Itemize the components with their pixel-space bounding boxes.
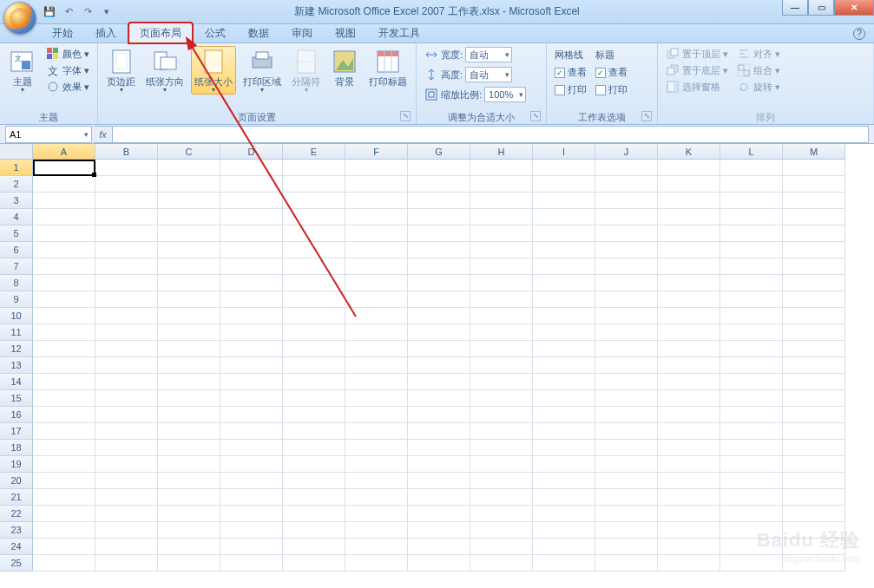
cell[interactable] [658, 308, 720, 324]
cell[interactable] [720, 160, 783, 176]
cell[interactable] [95, 539, 158, 555]
cell[interactable] [470, 522, 533, 539]
size-button[interactable]: 纸张大小▾ [191, 46, 236, 95]
cell[interactable] [408, 308, 470, 324]
cell[interactable] [783, 456, 845, 473]
row-header[interactable]: 3 [0, 193, 33, 209]
cell[interactable] [95, 473, 158, 489]
help-icon[interactable]: ? [853, 28, 865, 40]
rotate-button[interactable]: 旋转▾ [734, 79, 783, 95]
cell[interactable] [783, 160, 845, 176]
cell[interactable] [783, 193, 845, 209]
cell[interactable] [220, 341, 283, 357]
cell[interactable] [283, 489, 345, 506]
cell[interactable] [533, 423, 595, 440]
cell[interactable] [408, 242, 470, 258]
cell[interactable] [95, 160, 158, 176]
tab-page-layout[interactable]: 页面布局 [128, 23, 193, 43]
cell[interactable] [158, 258, 220, 275]
cell[interactable] [470, 160, 533, 176]
cell[interactable] [220, 489, 283, 506]
column-header[interactable]: M [783, 144, 845, 160]
cell[interactable] [95, 258, 158, 275]
cell[interactable] [345, 555, 408, 572]
column-header[interactable]: G [408, 144, 470, 160]
cell[interactable] [533, 539, 595, 555]
cell[interactable] [533, 225, 595, 242]
dialog-launcher-icon[interactable]: ⤡ [530, 111, 541, 121]
cell[interactable] [470, 506, 533, 522]
align-button[interactable]: 对齐▾ [734, 46, 783, 62]
cell[interactable] [408, 225, 470, 242]
cell[interactable] [345, 275, 408, 291]
row-header[interactable]: 8 [0, 275, 33, 291]
cell[interactable] [720, 242, 783, 258]
cell[interactable] [720, 522, 783, 539]
cell[interactable] [95, 440, 158, 456]
cell[interactable] [283, 324, 345, 341]
cell[interactable] [33, 225, 95, 242]
cell[interactable] [783, 275, 845, 291]
row-header[interactable]: 4 [0, 209, 33, 225]
cell[interactable] [95, 176, 158, 193]
cell[interactable] [283, 209, 345, 225]
cell[interactable] [95, 193, 158, 209]
column-header[interactable]: A [33, 144, 95, 160]
undo-icon[interactable]: ↶ [61, 4, 76, 20]
row-header[interactable]: 23 [0, 522, 33, 539]
cell[interactable] [658, 275, 720, 291]
cell[interactable] [283, 341, 345, 357]
cell[interactable] [220, 193, 283, 209]
column-header[interactable]: E [283, 144, 345, 160]
print-area-button[interactable]: 打印区域▾ [240, 46, 285, 95]
cell[interactable] [220, 225, 283, 242]
cell[interactable] [720, 225, 783, 242]
cell[interactable] [595, 176, 658, 193]
cell[interactable] [720, 209, 783, 225]
column-header[interactable]: C [158, 144, 220, 160]
cell[interactable] [33, 324, 95, 341]
cell[interactable] [595, 407, 658, 423]
cell[interactable] [345, 242, 408, 258]
row-header[interactable]: 9 [0, 291, 33, 308]
cell[interactable] [158, 390, 220, 407]
maximize-button[interactable]: ▭ [808, 0, 834, 16]
cell[interactable] [283, 357, 345, 374]
headings-print-checkbox[interactable]: 打印 [593, 82, 630, 97]
cell[interactable] [220, 324, 283, 341]
row-header[interactable]: 2 [0, 176, 33, 193]
cell[interactable] [408, 407, 470, 423]
cell[interactable] [783, 242, 845, 258]
cell[interactable] [783, 522, 845, 539]
cell[interactable] [95, 308, 158, 324]
cell[interactable] [158, 308, 220, 324]
cell[interactable] [595, 193, 658, 209]
cell[interactable] [595, 390, 658, 407]
cell[interactable] [158, 423, 220, 440]
cell[interactable] [33, 456, 95, 473]
column-header[interactable]: H [470, 144, 533, 160]
cell[interactable] [720, 357, 783, 374]
cell[interactable] [783, 225, 845, 242]
save-icon[interactable]: 💾 [42, 4, 57, 20]
cell[interactable] [595, 539, 658, 555]
cell[interactable] [470, 473, 533, 489]
cell[interactable] [158, 275, 220, 291]
cell[interactable] [33, 390, 95, 407]
cell[interactable] [95, 374, 158, 390]
cell[interactable] [345, 324, 408, 341]
cell[interactable] [470, 423, 533, 440]
cell[interactable] [220, 176, 283, 193]
cell[interactable] [345, 489, 408, 506]
cell[interactable] [283, 193, 345, 209]
cell[interactable] [220, 423, 283, 440]
cell[interactable] [720, 555, 783, 572]
cell[interactable] [220, 291, 283, 308]
cell[interactable] [470, 258, 533, 275]
cell[interactable] [408, 258, 470, 275]
cell[interactable] [220, 357, 283, 374]
cell[interactable] [533, 308, 595, 324]
cell[interactable] [95, 522, 158, 539]
cell[interactable] [220, 456, 283, 473]
cell[interactable] [33, 407, 95, 423]
